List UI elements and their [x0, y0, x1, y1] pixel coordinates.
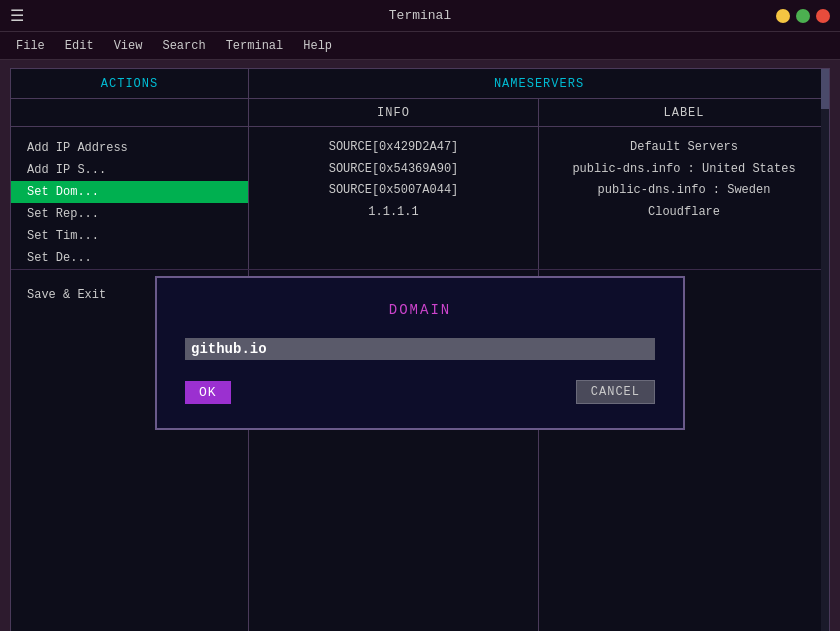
domain-input[interactable]	[191, 341, 649, 357]
menu-bar: File Edit View Search Terminal Help	[0, 32, 840, 60]
minimize-button[interactable]	[776, 9, 790, 23]
dialog-box: DOMAIN OK CANCEL	[155, 276, 685, 430]
menu-help[interactable]: Help	[295, 37, 340, 55]
ok-button[interactable]: OK	[185, 381, 231, 404]
dialog-title: DOMAIN	[185, 302, 655, 318]
menu-view[interactable]: View	[106, 37, 151, 55]
cancel-button[interactable]: CANCEL	[576, 380, 655, 404]
window-title: Terminal	[389, 8, 451, 23]
dialog-overlay: DOMAIN OK CANCEL	[11, 69, 829, 631]
menu-file[interactable]: File	[8, 37, 53, 55]
close-button[interactable]	[816, 9, 830, 23]
maximize-button[interactable]	[796, 9, 810, 23]
menu-terminal[interactable]: Terminal	[218, 37, 292, 55]
window-controls	[776, 9, 830, 23]
title-bar: ☰ Terminal	[0, 0, 840, 32]
menu-edit[interactable]: Edit	[57, 37, 102, 55]
menu-search[interactable]: Search	[154, 37, 213, 55]
menu-hamburger-icon[interactable]: ☰	[10, 6, 24, 26]
dialog-input-wrapper	[185, 338, 655, 360]
dialog-buttons: OK CANCEL	[185, 380, 655, 404]
terminal-area: ACTIONS NAMESERVERS INFO LABEL Add IP Ad…	[10, 68, 830, 631]
